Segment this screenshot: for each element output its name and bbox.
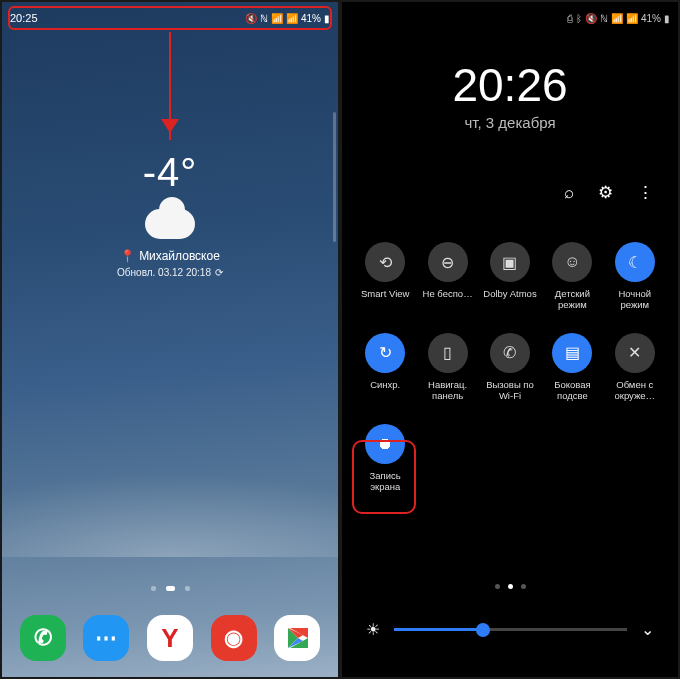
- app-camera[interactable]: ◉: [211, 615, 257, 661]
- phone-quick-settings: ⎙ ᛒ 🔇 ℕ 📶 📶 41% ▮ 20:26 чт, 3 декабря ⌕ …: [340, 0, 680, 679]
- qs-tile-label: Smart View: [361, 288, 409, 299]
- status-right-icons: 🔇 ℕ 📶 📶 41% ▮: [245, 13, 330, 24]
- battery-text: 41%: [301, 13, 321, 24]
- qs-tools: ⌕ ⚙ ⋮: [564, 182, 654, 203]
- weather-temp: -4°: [143, 150, 198, 195]
- brightness-slider[interactable]: [394, 628, 627, 631]
- qs-tile-label: Боковая подсве: [543, 379, 601, 402]
- app-play-store[interactable]: [274, 615, 320, 661]
- yandex-icon: Y: [161, 623, 178, 654]
- qs-tile-label: Ночной режим: [606, 288, 664, 311]
- qs-tile-label: Не беспо…: [423, 288, 473, 299]
- chevron-down-icon[interactable]: ⌄: [641, 620, 654, 639]
- status-time: 20:25: [10, 12, 38, 24]
- app-phone[interactable]: ✆: [20, 615, 66, 661]
- qs-time: 20:26: [342, 58, 678, 112]
- mute-icon: 🔇: [245, 13, 257, 24]
- pin-icon: 📍: [120, 249, 135, 263]
- app-yandex[interactable]: Y: [147, 615, 193, 661]
- more-icon[interactable]: ⋮: [637, 182, 654, 203]
- qs-tile-label: Вызовы по Wi-Fi: [481, 379, 539, 402]
- bluetooth-icon: ᛒ: [576, 13, 582, 24]
- battery-icon: ▮: [664, 13, 670, 24]
- nav-icon: ▯: [428, 333, 468, 373]
- weather-widget[interactable]: -4° 📍 Михайловское Обновл. 03.12 20:18 ⟳: [2, 150, 338, 278]
- dock: ✆ ⋯ Y ◉: [2, 615, 338, 661]
- qs-clock: 20:26 чт, 3 декабря: [342, 58, 678, 131]
- qs-tile-nav[interactable]: ▯Навигац. панель: [416, 333, 478, 402]
- status-right-icons: ⎙ ᛒ 🔇 ℕ 📶 📶 41% ▮: [567, 13, 670, 24]
- brightness-thumb[interactable]: [476, 623, 490, 637]
- edge-icon: ▤: [552, 333, 592, 373]
- qs-tile-share[interactable]: ✕Обмен с окруже…: [604, 333, 666, 402]
- qs-tile-dolby[interactable]: ▣Dolby Atmos: [479, 242, 541, 311]
- qs-tile-edge[interactable]: ▤Боковая подсве: [541, 333, 603, 402]
- qs-pager[interactable]: [342, 584, 678, 589]
- home-pager[interactable]: [2, 586, 338, 591]
- search-icon[interactable]: ⌕: [564, 183, 574, 203]
- dolby-icon: ▣: [490, 242, 530, 282]
- qs-tile-kids[interactable]: ☺Детский режим: [541, 242, 603, 311]
- cloud-icon: [145, 209, 195, 239]
- brightness-row: ☀ ⌄: [366, 620, 654, 639]
- qs-tile-sync[interactable]: ↻Синхр.: [354, 333, 416, 402]
- qs-tile-night[interactable]: ☾Ночной режим: [604, 242, 666, 311]
- qs-tile-smart-view[interactable]: ⟲Smart View: [354, 242, 416, 311]
- phone-home-screen: 20:25 🔇 ℕ 📶 📶 41% ▮ -4° 📍 Михайловское О…: [0, 0, 340, 679]
- play-icon: [285, 626, 309, 650]
- sun-icon: ☀: [366, 620, 380, 639]
- nfc-icon: ℕ: [600, 13, 608, 24]
- battery-icon: ▮: [324, 13, 330, 24]
- qs-date: чт, 3 декабря: [342, 114, 678, 131]
- qs-tile-label: Синхр.: [370, 379, 400, 390]
- battery-text: 41%: [641, 13, 661, 24]
- qs-tile-label: Навигац. панель: [419, 379, 477, 402]
- qs-tile-label: Dolby Atmos: [483, 288, 536, 299]
- wifi-call-icon: ✆: [490, 333, 530, 373]
- qs-tile-dnd[interactable]: ⊖Не беспо…: [416, 242, 478, 311]
- mute-icon: 🔇: [585, 13, 597, 24]
- camera-icon: ◉: [224, 625, 243, 651]
- smart-view-icon: ⟲: [365, 242, 405, 282]
- share-icon: ✕: [615, 333, 655, 373]
- qs-tile-label: Обмен с окруже…: [606, 379, 664, 402]
- pulldown-arrow: [169, 32, 171, 140]
- dnd-icon: ⊖: [428, 242, 468, 282]
- phone-icon: ✆: [34, 625, 52, 651]
- kids-icon: ☺: [552, 242, 592, 282]
- screen-record-highlight: [352, 440, 416, 514]
- wifi-icon: 📶: [271, 13, 283, 24]
- messages-icon: ⋯: [95, 625, 117, 651]
- weather-updated: Обновл. 03.12 20:18: [117, 267, 211, 278]
- gear-icon[interactable]: ⚙: [598, 182, 613, 203]
- nfc-icon: ℕ: [260, 13, 268, 24]
- app-messages[interactable]: ⋯: [83, 615, 129, 661]
- night-icon: ☾: [615, 242, 655, 282]
- brightness-fill: [394, 628, 483, 631]
- qs-tile-wifi-call[interactable]: ✆Вызовы по Wi-Fi: [479, 333, 541, 402]
- wifi-icon: 📶: [611, 13, 623, 24]
- weather-location: Михайловское: [139, 249, 220, 263]
- cast-icon: ⎙: [567, 13, 573, 24]
- refresh-icon[interactable]: ⟳: [215, 267, 223, 278]
- sync-icon: ↻: [365, 333, 405, 373]
- status-bar: ⎙ ᛒ 🔇 ℕ 📶 📶 41% ▮: [350, 8, 670, 28]
- signal-icon: 📶: [286, 13, 298, 24]
- qs-tile-label: Детский режим: [543, 288, 601, 311]
- signal-icon: 📶: [626, 13, 638, 24]
- status-bar[interactable]: 20:25 🔇 ℕ 📶 📶 41% ▮: [10, 8, 330, 28]
